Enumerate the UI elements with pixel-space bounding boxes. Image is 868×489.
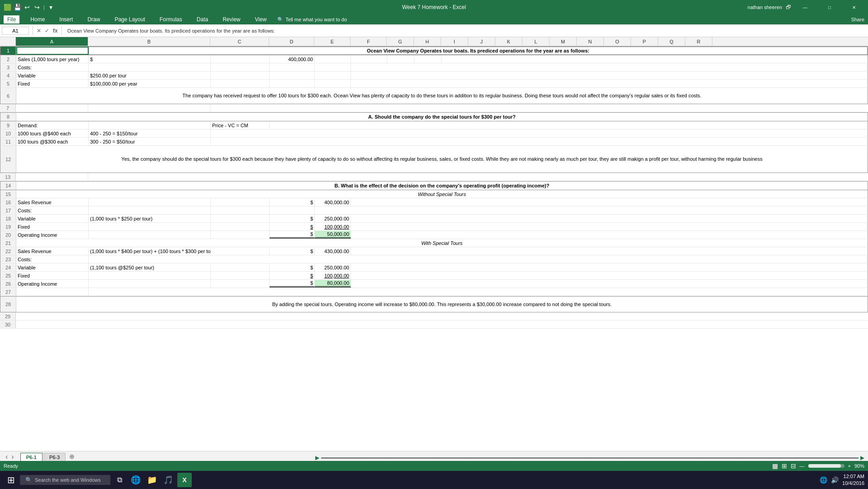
row-num-20[interactable]: 20: [0, 231, 16, 239]
taskbar-search-box[interactable]: 🔍 Search the web and Windows: [20, 475, 110, 485]
app-icon-3[interactable]: 🎵: [161, 473, 175, 487]
cell-a13[interactable]: [16, 173, 88, 181]
col-header-e[interactable]: E: [314, 37, 351, 46]
row-num-5[interactable]: 5: [0, 80, 16, 87]
cell-a19[interactable]: Fixed: [16, 223, 89, 230]
col-header-j[interactable]: J: [468, 37, 495, 46]
cell-e24[interactable]: 250,000.00: [315, 264, 351, 271]
cell-f2[interactable]: [351, 55, 387, 63]
cell-d22[interactable]: $: [270, 247, 315, 255]
row-num-24[interactable]: 24: [0, 264, 16, 271]
cell-b9[interactable]: [89, 121, 211, 129]
cell-merged-row21[interactable]: With Special Tours: [16, 239, 868, 247]
cell-a17[interactable]: Costs:: [16, 206, 89, 214]
cell-c4[interactable]: [211, 72, 270, 79]
row-num-13[interactable]: 13: [0, 173, 16, 181]
customize-icon[interactable]: ▾: [47, 4, 55, 11]
close-button[interactable]: ✕: [844, 0, 864, 14]
cancel-formula-icon[interactable]: ✕: [37, 28, 41, 34]
undo-icon[interactable]: ↩: [24, 4, 31, 11]
col-header-i[interactable]: I: [441, 37, 468, 46]
col-header-p[interactable]: P: [631, 37, 658, 46]
zoom-in-icon[interactable]: +: [848, 463, 851, 469]
row-num-25[interactable]: 25: [0, 272, 16, 279]
col-header-b[interactable]: B: [88, 37, 210, 46]
cell-b11[interactable]: 300 - 250 = $50/tour: [89, 138, 211, 145]
cell-d26[interactable]: $: [270, 280, 315, 288]
ribbon-search[interactable]: 🔍 Tell me what you want to do: [277, 17, 347, 23]
col-header-h[interactable]: H: [414, 37, 441, 46]
row-num-9[interactable]: 9: [0, 121, 16, 129]
cell-merged-row28[interactable]: By adding the special tours, Operating i…: [16, 297, 868, 312]
row-num-15[interactable]: 15: [0, 190, 16, 198]
cell-b3[interactable]: [89, 63, 211, 71]
cell-g2[interactable]: [387, 55, 414, 63]
cell-e3[interactable]: [315, 63, 351, 71]
cell-merged-row14[interactable]: B. What is the effect of the decision on…: [16, 182, 868, 190]
col-header-o[interactable]: O: [604, 37, 631, 46]
cell-a22[interactable]: Sales Revenue: [16, 247, 89, 255]
tab-insert[interactable]: Insert: [56, 15, 76, 24]
zoom-slider[interactable]: [808, 464, 844, 468]
row-num-26[interactable]: 26: [0, 280, 16, 288]
cell-d18[interactable]: $: [270, 215, 315, 222]
tab-review[interactable]: Review: [219, 15, 244, 24]
cell-d2[interactable]: 400,000.00: [270, 55, 315, 63]
cell-b4[interactable]: $250.00 per tour: [89, 72, 211, 79]
cell-b16[interactable]: [89, 198, 211, 206]
cell-b7[interactable]: [88, 104, 210, 112]
row-num-3[interactable]: 3: [0, 63, 16, 71]
col-header-l[interactable]: L: [522, 37, 550, 46]
row-num-6[interactable]: 6: [0, 88, 16, 104]
row-num-11[interactable]: 11: [0, 138, 16, 145]
row-num-22[interactable]: 22: [0, 247, 16, 255]
cell-merged-row15[interactable]: Without Special Tours: [16, 190, 868, 198]
col-header-r[interactable]: R: [685, 37, 712, 46]
cell-a24[interactable]: Variable: [16, 264, 89, 271]
col-header-a[interactable]: A: [16, 37, 88, 46]
cell-c22[interactable]: [211, 247, 270, 255]
network-icon[interactable]: 🌐: [820, 476, 827, 484]
tab-formulas[interactable]: Formulas: [156, 15, 186, 24]
sheet-tab-p6-3[interactable]: P6-3: [43, 453, 66, 461]
row-num-7[interactable]: 7: [0, 104, 16, 112]
row-num-21[interactable]: 21: [0, 239, 16, 247]
redo-icon[interactable]: ↪: [33, 4, 41, 11]
cell-b19[interactable]: [89, 223, 211, 230]
windows-start-button[interactable]: ⊞: [4, 473, 18, 487]
cell-e16[interactable]: 400,000.00: [315, 198, 351, 206]
cell-a20[interactable]: Operating Income: [16, 231, 89, 239]
zoom-out-icon[interactable]: —: [800, 463, 805, 469]
cell-d3[interactable]: [270, 63, 315, 71]
cell-a16[interactable]: Sales Revenue: [16, 198, 89, 206]
cell-b25[interactable]: [89, 272, 211, 279]
cell-e19[interactable]: 100,000.00: [315, 223, 351, 230]
cell-e2[interactable]: [315, 55, 351, 63]
row-num-1[interactable]: 1: [0, 47, 16, 55]
cell-c26[interactable]: [211, 280, 270, 288]
cell-d17[interactable]: [270, 206, 315, 214]
cell-e4[interactable]: [315, 72, 351, 79]
add-sheet-button[interactable]: ⊕: [66, 452, 77, 461]
cell-a2[interactable]: Sales (1,000 tours per year): [16, 55, 89, 63]
cell-d5[interactable]: [270, 80, 315, 87]
cell-d4[interactable]: [270, 72, 315, 79]
cell-b17[interactable]: [89, 206, 211, 214]
confirm-formula-icon[interactable]: ✓: [45, 28, 49, 34]
cell-b10[interactable]: 400 - 250 = $150/tour: [89, 129, 211, 137]
cell-b5[interactable]: $100,000.00 per year: [89, 80, 211, 87]
tab-draw[interactable]: Draw: [84, 15, 104, 24]
cell-a18[interactable]: Variable: [16, 215, 89, 222]
cell-a7[interactable]: [16, 104, 88, 112]
cell-e26[interactable]: 80,000.00: [315, 280, 351, 288]
save-icon[interactable]: 💾: [14, 4, 21, 11]
cell-e22[interactable]: 430,000.00: [315, 247, 351, 255]
col-header-m[interactable]: M: [550, 37, 577, 46]
cell-c5[interactable]: [211, 80, 270, 87]
cell-d20[interactable]: $: [270, 231, 315, 239]
scroll-tabs-left[interactable]: ‹: [4, 453, 9, 461]
scroll-tabs-right[interactable]: ›: [9, 453, 15, 461]
cell-e25[interactable]: 100,000.00: [315, 272, 351, 279]
col-header-c[interactable]: C: [210, 37, 269, 46]
tab-pagelayout[interactable]: Page Layout: [111, 15, 148, 24]
